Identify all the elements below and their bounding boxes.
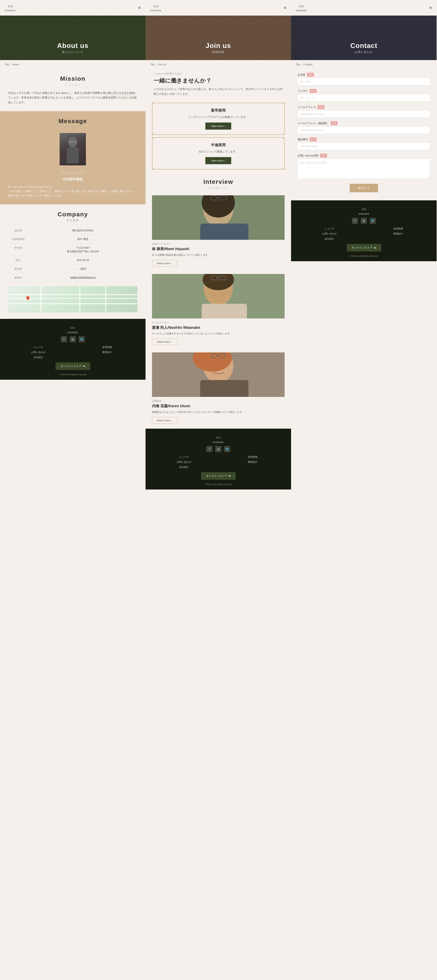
facebook-btn[interactable]: f xyxy=(352,218,358,224)
required-badge: 必須 xyxy=(307,73,314,76)
portrait-woman2 xyxy=(152,352,284,397)
breadcrumb-sep: › xyxy=(156,63,157,66)
online-store-label: オンラインストア xyxy=(206,474,227,478)
recruit-title-midcareer: 中途採用 xyxy=(157,143,279,147)
company-label: 設立 xyxy=(8,256,28,264)
breadcrumb-sep: › xyxy=(301,63,302,66)
input-furigana[interactable] xyxy=(297,94,430,102)
hamburger-menu-contact[interactable]: ≡ xyxy=(429,5,432,10)
contact-form: お名前 必須 フリガナ 必須 メールアドレス 必須 メールアドレス（確認用） 必… xyxy=(291,69,437,200)
instagram-btn[interactable]: ◎ xyxy=(70,336,76,342)
input-email-confirm[interactable] xyxy=(297,126,430,134)
logo-aboutus[interactable]: ○○ visions xyxy=(5,4,16,12)
footer-nav-company[interactable]: 会社紹介 xyxy=(150,465,218,469)
online-store-btn[interactable]: オンラインストア 🛍 xyxy=(56,362,90,370)
facebook-btn[interactable]: f xyxy=(61,336,67,342)
required-badge: 必須 xyxy=(310,89,316,93)
joinus-heading-wrap: 一緒に働きませんか？ xyxy=(146,75,291,85)
footer-nav-company[interactable]: 会社紹介 xyxy=(5,356,72,359)
online-store-btn[interactable]: オンラインストア 🛍 xyxy=(201,472,236,480)
ceo-photo xyxy=(60,133,86,165)
table-row: 代表取締役 田中 博史 xyxy=(8,235,137,243)
twitter-btn[interactable]: 🐦 xyxy=(370,218,376,224)
footer-nav-news[interactable]: ニュース xyxy=(150,455,218,459)
footer-nav-business[interactable]: 事業紹介 xyxy=(219,460,286,464)
footer-nav-recruit[interactable]: 採用情報 xyxy=(365,227,432,231)
input-phone[interactable] xyxy=(297,143,430,150)
footer-copyright: ©Visions All rights reserved xyxy=(5,373,141,375)
footer-nav-contact[interactable]: お問い合わせ xyxy=(5,351,72,354)
submit-button[interactable]: 送信する xyxy=(350,184,378,192)
company-value: 株式会社VISIONS xyxy=(28,226,137,235)
instagram-btn[interactable]: ◎ xyxy=(361,218,367,224)
form-group-email-confirm: メールアドレス（確認用） 必須 xyxy=(297,121,430,134)
company-value: 2017年1月 xyxy=(28,256,137,264)
footer-nav-news[interactable]: ニュース xyxy=(296,227,363,231)
mission-title-en: Mission xyxy=(8,75,137,82)
view-more-newgrad[interactable]: View more › xyxy=(205,123,231,130)
hamburger-menu-joinus[interactable]: ≡ xyxy=(284,5,286,10)
hero-text-aboutus: About us 私たちについて xyxy=(0,41,146,60)
logo-contact[interactable]: ○○ visions xyxy=(296,4,307,12)
logo-icon: ○○ xyxy=(153,4,159,9)
recruit-body-newgrad: インターンシッププログラムの募集もしています。 xyxy=(157,115,279,119)
hamburger-menu-aboutus[interactable]: ≡ xyxy=(138,5,141,10)
instagram-btn[interactable]: ◎ xyxy=(215,446,221,452)
input-email[interactable] xyxy=(297,110,430,118)
svg-rect-1 xyxy=(67,147,79,163)
online-store-btn[interactable]: オンラインストア 🛍 xyxy=(346,244,381,251)
footer-nav-company[interactable]: 会社紹介 xyxy=(296,237,363,240)
footer-logo-icon: ○○ xyxy=(5,325,141,330)
recruit-card-mid-career: 中途採用 全ポジションで募集しています。 View more › xyxy=(152,137,284,169)
table-row: 会社名 株式会社VISIONS xyxy=(8,226,137,235)
portrait-man1 xyxy=(152,274,284,318)
breadcrumb-contact: Top › Contact xyxy=(291,60,437,69)
footer-logo-icon: ○○ xyxy=(296,207,432,212)
twitter-btn[interactable]: 🐦 xyxy=(224,446,230,452)
footer-nav-business[interactable]: 事業紹介 xyxy=(365,232,432,235)
footer-social: f ◎ 🐦 xyxy=(296,218,432,224)
input-inquiry[interactable] xyxy=(297,159,430,179)
company-value: mailto:info@visions.jp xyxy=(28,273,137,282)
read-more-2[interactable]: Read more › xyxy=(152,417,177,424)
input-name[interactable] xyxy=(297,78,430,85)
footer-social: f ◎ 🐦 xyxy=(5,336,141,342)
hero-aboutus: About us 私たちについて xyxy=(0,16,146,60)
twitter-btn[interactable]: 🐦 xyxy=(79,336,85,342)
breadcrumb-top[interactable]: Top xyxy=(5,63,9,66)
hero-joinus: Join us 採用情報 xyxy=(146,16,291,60)
mission-body: Re-able 当社はメガネを通して社会と体験の全てをre-ableにし、地球上… xyxy=(8,91,137,105)
form-label-name: お名前 必須 xyxy=(297,73,430,76)
footer-social: f ◎ 🐦 xyxy=(150,446,286,452)
hero-title-joinus: Join us xyxy=(146,41,291,49)
footer-copyright: ©Visions All rights reserved xyxy=(296,255,432,257)
interview-role-0: 企画ディレクター xyxy=(152,242,284,246)
footer-nav-recruit[interactable]: 採用情報 xyxy=(219,455,286,459)
recruit-body-midcareer: 全ポジションで募集しています。 xyxy=(157,150,279,154)
view-more-midcareer[interactable]: View more › xyxy=(205,157,231,164)
footer-nav-contact[interactable]: お問い合わせ xyxy=(296,232,363,235)
footer-nav-contact[interactable]: お問い合わせ xyxy=(150,460,218,464)
interview-desc-0: 日々の業務や商品企画の流れについてご紹介します。 xyxy=(152,253,284,257)
svg-rect-22 xyxy=(200,380,249,397)
interview-name-2: 内海 花蓮/Karen Utumi xyxy=(152,404,284,409)
map-pin xyxy=(25,296,30,300)
facebook-btn[interactable]: f xyxy=(207,446,213,452)
company-map[interactable] xyxy=(8,286,137,312)
joinus-body-wrap: メガネを入り口にして世界のあり方を変える。私たちと共にチャレンジして、世の中にイ… xyxy=(146,85,291,100)
table-row: 連絡先 mailto:info@visions.jp xyxy=(8,273,137,282)
footer-nav-news[interactable]: ニュース xyxy=(5,345,72,349)
read-more-0[interactable]: Read more › xyxy=(152,260,177,267)
contact-email-link[interactable]: mailto:info@visions.jp xyxy=(70,276,95,279)
logo-joinus[interactable]: ○○ visions xyxy=(150,4,161,12)
footer-aboutus: ○○ visions f ◎ 🐦 ニュース 採用情報 お問い合わせ 事業紹介 会… xyxy=(0,319,146,380)
form-group-name: お名前 必須 xyxy=(297,73,430,85)
footer-nav-recruit[interactable]: 採用情報 xyxy=(73,345,141,349)
footer-nav-business[interactable]: 事業紹介 xyxy=(73,351,141,354)
join-us-column: ○○ visions ≡ Join us 採用情報 Top › Join us … xyxy=(146,0,291,490)
company-value: 田中 博史 xyxy=(28,235,137,243)
read-more-1[interactable]: Read more › xyxy=(152,339,177,345)
breadcrumb-top[interactable]: Top xyxy=(150,63,155,66)
form-group-inquiry: お問い合わせ内容 必須 xyxy=(297,154,430,180)
breadcrumb-top[interactable]: Top xyxy=(296,63,300,66)
